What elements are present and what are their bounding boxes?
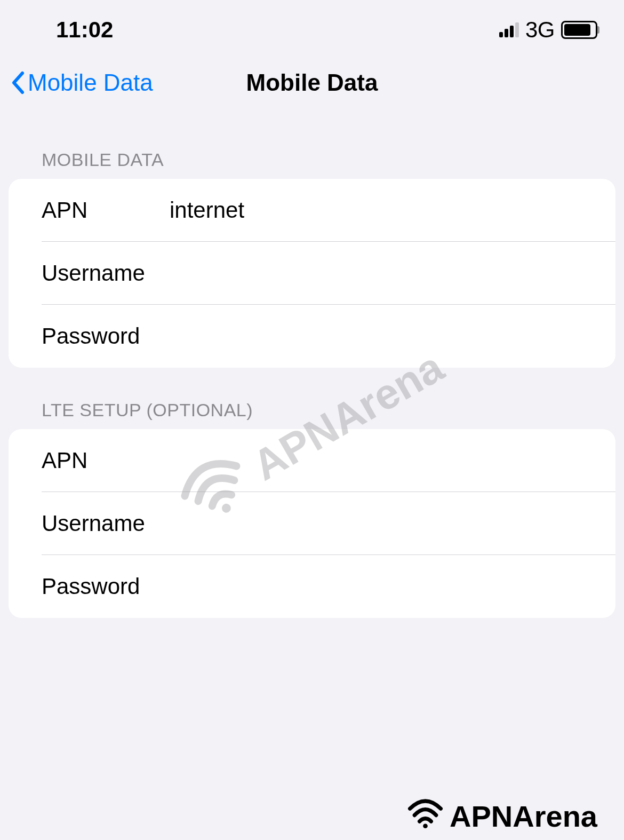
status-bar: 11:02 3G bbox=[0, 0, 624, 53]
password-input[interactable] bbox=[170, 323, 582, 349]
row-lte-username[interactable]: Username bbox=[9, 492, 615, 555]
signal-icon bbox=[499, 22, 519, 37]
navigation-bar: Mobile Data Mobile Data bbox=[0, 53, 624, 117]
status-right: 3G bbox=[499, 17, 597, 43]
content: MOBILE DATA APN Username Password LTE SE… bbox=[0, 117, 624, 618]
svg-point-1 bbox=[423, 823, 428, 828]
apn-input[interactable] bbox=[170, 197, 582, 223]
username-input[interactable] bbox=[170, 260, 582, 286]
row-label: APN bbox=[42, 197, 170, 223]
row-label: Username bbox=[42, 260, 170, 286]
lte-username-input[interactable] bbox=[170, 511, 582, 536]
section-header-mobile-data: MOBILE DATA bbox=[9, 117, 615, 179]
row-label: Password bbox=[42, 323, 170, 349]
section-group-mobile-data: APN Username Password bbox=[9, 179, 615, 368]
row-label: APN bbox=[42, 448, 170, 473]
section-header-lte-setup: LTE SETUP (OPTIONAL) bbox=[9, 368, 615, 429]
watermark-bottom: APNArena bbox=[405, 795, 597, 837]
page-title: Mobile Data bbox=[246, 69, 378, 96]
row-lte-apn[interactable]: APN bbox=[9, 429, 615, 492]
row-mobile-data-username[interactable]: Username bbox=[9, 242, 615, 305]
wifi-icon bbox=[405, 795, 445, 837]
network-type: 3G bbox=[525, 17, 555, 43]
row-label: Username bbox=[42, 511, 170, 536]
row-label: Password bbox=[42, 574, 170, 599]
row-mobile-data-apn[interactable]: APN bbox=[9, 179, 615, 242]
section-group-lte-setup: APN Username Password bbox=[9, 429, 615, 618]
status-time: 11:02 bbox=[56, 17, 113, 43]
chevron-back-icon bbox=[11, 71, 25, 94]
back-button[interactable]: Mobile Data bbox=[11, 69, 153, 96]
battery-icon bbox=[561, 21, 597, 39]
row-lte-password[interactable]: Password bbox=[9, 555, 615, 618]
back-label: Mobile Data bbox=[28, 69, 153, 96]
lte-password-input[interactable] bbox=[170, 574, 582, 599]
lte-apn-input[interactable] bbox=[170, 448, 582, 473]
row-mobile-data-password[interactable]: Password bbox=[9, 305, 615, 368]
watermark-text: APNArena bbox=[450, 799, 597, 834]
